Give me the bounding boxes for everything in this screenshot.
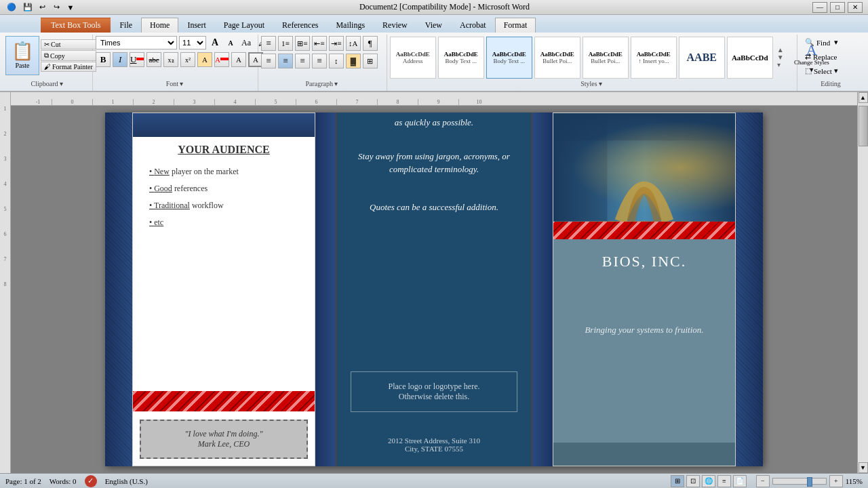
tab-insert[interactable]: Insert [178, 18, 214, 33]
gallery-nav[interactable]: ▲ ▼ ▾ [777, 46, 788, 68]
subscript-button[interactable]: x₂ [163, 52, 178, 67]
font-grow-button[interactable]: A [208, 36, 222, 49]
zoom-slider[interactable] [772, 478, 827, 485]
paragraph-align-row: ≡ ≡ ≡ ≡ ↕ ▓ ⊞ [261, 54, 378, 68]
highlight-button[interactable]: A [197, 52, 212, 67]
tab-references[interactable]: References [273, 18, 327, 33]
copy-button[interactable]: ⧉ Copy [41, 50, 96, 61]
style-heading[interactable]: AABE [679, 37, 725, 79]
zoom-slider-thumb[interactable] [807, 477, 812, 487]
align-left-button[interactable]: ≡ [261, 54, 276, 68]
office-button[interactable]: 🔵 [5, 1, 18, 14]
styles-expand-icon[interactable]: ▾ [599, 80, 602, 87]
shading-button[interactable]: ▓ [346, 54, 361, 68]
show-hide-button[interactable]: ¶ [363, 36, 378, 51]
font-name-select[interactable]: Times [96, 36, 177, 49]
panel-2-logo[interactable]: Place logo or logotype here. Otherwise d… [351, 371, 517, 412]
align-center-button[interactable]: ≡ [278, 54, 293, 68]
close-button[interactable]: ✕ [848, 2, 863, 13]
font-expand-icon[interactable]: ▾ [180, 80, 183, 87]
view-web-button[interactable]: 🌐 [702, 475, 715, 487]
zoom-level: 115% [846, 477, 863, 485]
scroll-down-button[interactable]: ▼ [859, 462, 868, 473]
redo-button[interactable]: ↪ [50, 1, 62, 14]
tab-mailings[interactable]: Mailings [327, 18, 374, 33]
strikethrough-button[interactable]: abc [146, 52, 161, 67]
view-outline-button[interactable]: ≡ [717, 475, 731, 487]
zoom-out-button[interactable]: − [756, 475, 770, 487]
panel-1-quote[interactable]: "I love what I'm doing." Mark Lee, CEO [140, 420, 308, 459]
maximize-button[interactable]: □ [830, 2, 845, 13]
svg-rect-1 [553, 114, 735, 141]
paste-button[interactable]: 📋 Paste [5, 36, 39, 75]
indent-increase-button[interactable]: ⇥≡ [329, 36, 344, 51]
replace-button[interactable]: ⇄ Replace [800, 50, 843, 63]
gallery-down-button[interactable]: ▼ [777, 54, 788, 61]
tab-view[interactable]: View [416, 18, 451, 33]
style-bulletpoi2-preview: AaBbCcDdE [589, 51, 623, 58]
select-button[interactable]: ⬚ Select ▾ [800, 64, 843, 77]
sort-button[interactable]: ↕A [346, 36, 361, 51]
paragraph-expand-icon[interactable]: ▾ [334, 80, 338, 87]
clipboard-expand-icon[interactable]: ▾ [60, 80, 63, 87]
line-spacing-button[interactable]: ↕ [329, 54, 344, 68]
select-dropdown[interactable]: ▾ [834, 66, 838, 75]
tab-home[interactable]: Home [141, 18, 178, 33]
tab-acrobat[interactable]: Acrobat [451, 18, 495, 33]
style-bodytext1[interactable]: AaBbCcDdE Body Text ... [438, 37, 484, 79]
bold-button[interactable]: B [96, 52, 111, 67]
save-button[interactable]: 💾 [22, 1, 34, 14]
vertical-scrollbar[interactable]: ▲ ▼ [857, 92, 868, 473]
justify-button[interactable]: ≡ [312, 54, 327, 68]
italic-button[interactable]: I [113, 52, 127, 67]
style-bulletpoi2[interactable]: AaBbCcDdE Bullet Poi... [583, 37, 629, 79]
change-case-button[interactable]: Aa [239, 36, 253, 49]
style-normal[interactable]: AaBbCcDd [727, 37, 773, 79]
zoom-in-button[interactable]: + [829, 475, 843, 487]
style-bulletpoi1[interactable]: AaBbCcDdE Bullet Poi... [534, 37, 580, 79]
scroll-up-button[interactable]: ▲ [859, 92, 868, 103]
spell-check-icon[interactable]: ✓ [85, 475, 97, 487]
tab-review[interactable]: Review [374, 18, 416, 33]
panel-1[interactable]: YOUR AUDIENCE • New player on the market… [132, 113, 315, 466]
style-bodytext2[interactable]: AaBbCcDdE Body Text ... [486, 37, 532, 79]
indent-decrease-button[interactable]: ⇤≡ [312, 36, 327, 51]
cut-button[interactable]: ✂ Cut [41, 39, 96, 49]
undo-button[interactable]: ↩ [36, 1, 48, 14]
style-address[interactable]: AaBbCcDdE Address [390, 37, 436, 79]
scroll-thumb[interactable] [859, 106, 868, 146]
font-size-select[interactable]: 11 [179, 36, 206, 49]
font-color-button[interactable]: A [214, 52, 229, 67]
panel-3[interactable]: BIOS, INC. Bringing your systems to frui… [553, 113, 736, 466]
font-shrink-button[interactable]: A [224, 36, 237, 49]
minimize-button[interactable]: — [812, 2, 827, 13]
find-button[interactable]: 🔍 Find ▾ [800, 36, 843, 49]
tab-textboxtools[interactable]: Text Box Tools [41, 18, 111, 33]
char-shading-button[interactable]: A [231, 52, 246, 67]
bullets-button[interactable]: ≡ [261, 36, 276, 51]
gallery-more-button[interactable]: ▾ [777, 61, 788, 68]
copy-icon: ⧉ [44, 52, 49, 60]
tab-format[interactable]: Format [495, 18, 536, 33]
tab-file[interactable]: File [111, 18, 141, 33]
more-button[interactable]: ▼ [64, 1, 77, 14]
gallery-up-button[interactable]: ▲ [777, 46, 788, 54]
style-insertyour[interactable]: AaBbCcDdE ↑ Insert yo... [631, 37, 677, 79]
underline-button[interactable]: U [130, 52, 144, 67]
panel-2[interactable]: as quickly as possible. Stay away from u… [336, 113, 532, 466]
panel-1-content[interactable]: YOUR AUDIENCE • New player on the market… [133, 137, 315, 241]
view-fullscreen-button[interactable]: ⊡ [686, 475, 700, 487]
superscript-button[interactable]: x² [180, 52, 195, 67]
bullet-text-4: etc [154, 218, 163, 227]
format-painter-button[interactable]: 🖌 Format Painter [41, 62, 96, 72]
view-print-button[interactable]: ⊞ [671, 475, 684, 487]
find-dropdown[interactable]: ▾ [834, 38, 838, 47]
svg-rect-2 [553, 114, 607, 222]
tab-pagelayout[interactable]: Page Layout [215, 18, 273, 33]
align-right-button[interactable]: ≡ [295, 54, 310, 68]
multilevel-button[interactable]: ⊞≡ [295, 36, 310, 51]
view-draft-button[interactable]: 📄 [733, 475, 747, 487]
borders-button[interactable]: ⊞ [363, 54, 378, 68]
numbering-button[interactable]: 1≡ [278, 36, 293, 51]
document-canvas[interactable]: YOUR AUDIENCE • New player on the market… [11, 106, 857, 473]
